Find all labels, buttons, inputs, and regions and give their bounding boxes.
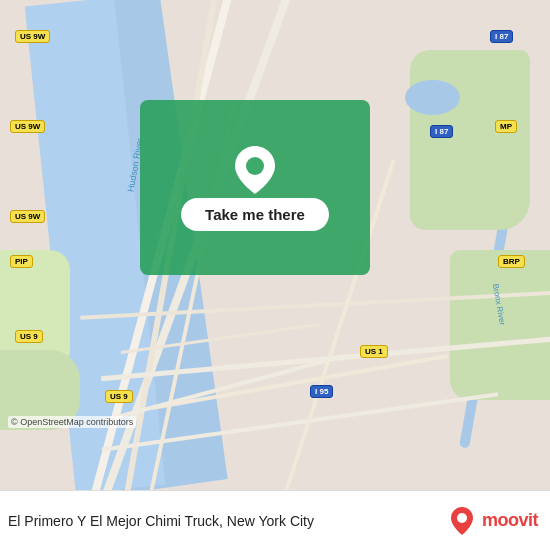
highway-badge-i-95: I 95	[310, 385, 333, 398]
bottom-bar: El Primero Y El Mejor Chimi Truck, New Y…	[0, 490, 550, 550]
highway-badge-us-9: US 9	[105, 390, 133, 403]
take-me-there-button[interactable]: Take me there	[181, 198, 329, 231]
svg-point-1	[457, 513, 467, 523]
moovit-pin-icon	[448, 505, 476, 537]
highway-badge-pip: PIP	[10, 255, 33, 268]
map-container: Hudson River Bronx River US 9WUS 9WUS 9W…	[0, 0, 550, 490]
map-attribution: © OpenStreetMap contributors	[8, 416, 136, 428]
highway-badge-us-1: US 1	[360, 345, 388, 358]
svg-point-0	[246, 157, 264, 175]
highway-badge-i-87: I 87	[490, 30, 513, 43]
highway-badge-i-87: I 87	[430, 125, 453, 138]
highway-badge-us-9: US 9	[15, 330, 43, 343]
location-overlay: Take me there	[140, 100, 370, 275]
highway-badge-brp: BRP	[498, 255, 525, 268]
highway-badge-us-9w: US 9W	[10, 120, 45, 133]
lake-reservoir	[405, 80, 460, 115]
location-pin	[233, 144, 277, 188]
pin-svg	[233, 144, 277, 196]
green-area-top-right	[410, 50, 530, 230]
location-text: El Primero Y El Mejor Chimi Truck, New Y…	[8, 513, 314, 529]
highway-badge-us-9w: US 9W	[10, 210, 45, 223]
highway-badge-us-9w: US 9W	[15, 30, 50, 43]
moovit-logo: moovit	[448, 505, 538, 537]
highway-badge-mp: MP	[495, 120, 517, 133]
moovit-brand-text: moovit	[482, 510, 538, 531]
